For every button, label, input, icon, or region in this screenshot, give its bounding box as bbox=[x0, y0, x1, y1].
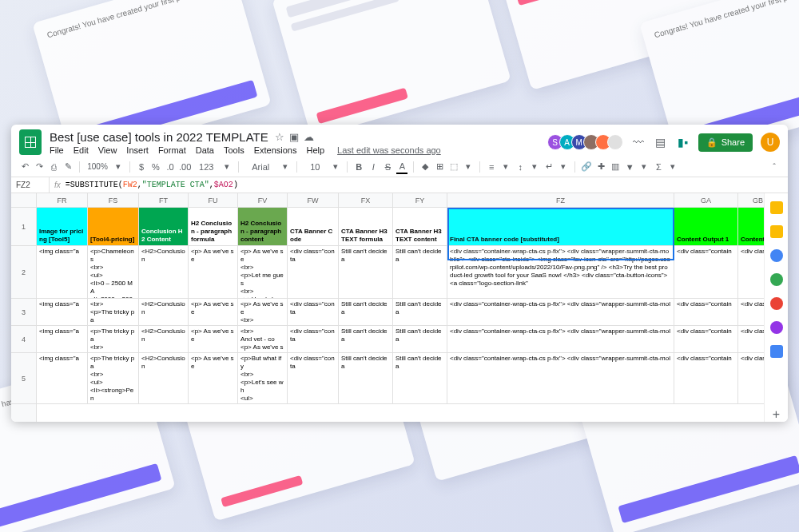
column-header[interactable]: FR bbox=[37, 193, 88, 207]
row-number[interactable]: 2 bbox=[11, 246, 36, 299]
cell[interactable]: <p>The tricky pa <br> bbox=[88, 326, 139, 352]
header-cell[interactable]: H2 Conclusion - paragraph content bbox=[238, 208, 288, 245]
paint-format-icon[interactable]: ✎ bbox=[62, 160, 74, 174]
collaborator-avatar[interactable] bbox=[607, 134, 623, 150]
cell[interactable]: <img class="a bbox=[37, 353, 88, 403]
menu-view[interactable]: View bbox=[98, 145, 117, 155]
star-icon[interactable]: ☆ bbox=[275, 131, 284, 143]
cell[interactable]: <div class="container-wrap-cta-cs p-fix"… bbox=[447, 326, 674, 352]
name-box[interactable]: FZ2 bbox=[11, 177, 50, 193]
cell[interactable]: Still can't decide a bbox=[339, 353, 393, 403]
menu-insert[interactable]: Insert bbox=[126, 145, 149, 155]
keep-icon[interactable] bbox=[770, 225, 783, 238]
column-header[interactable]: FW bbox=[288, 193, 339, 207]
row-number[interactable]: 5 bbox=[11, 353, 36, 404]
increase-decimal-button[interactable]: .00 bbox=[179, 160, 191, 174]
document-title[interactable]: Best [use case] tools in 2022 TEMPLATE bbox=[50, 130, 268, 144]
cell[interactable]: <p> As we've se bbox=[189, 353, 238, 403]
menu-tools[interactable]: Tools bbox=[224, 145, 244, 155]
move-icon[interactable]: ▣ bbox=[289, 131, 299, 143]
cell[interactable]: <img class="a bbox=[37, 326, 88, 352]
cell[interactable]: <H2>Conclusion bbox=[139, 326, 189, 352]
chevron-down-icon[interactable]: ▾ bbox=[558, 160, 569, 174]
chevron-down-icon[interactable]: ▾ bbox=[113, 160, 124, 174]
merge-button[interactable]: ⬚ bbox=[448, 160, 459, 174]
cell[interactable]: <H2>Conclusion bbox=[139, 353, 189, 403]
addon-icon[interactable] bbox=[770, 321, 783, 334]
cell[interactable]: <H2>Conclusion bbox=[139, 299, 189, 325]
tasks-icon[interactable] bbox=[770, 249, 783, 262]
percent-button[interactable]: % bbox=[150, 160, 161, 174]
header-cell[interactable]: Image for pricing [Tool5] bbox=[37, 208, 88, 245]
collapse-toolbar-icon[interactable]: ˆ bbox=[769, 160, 780, 174]
contacts-icon[interactable] bbox=[770, 273, 783, 286]
cell[interactable]: <br> <p>The tricky pa bbox=[88, 299, 139, 325]
currency-button[interactable]: $ bbox=[136, 160, 147, 174]
cell[interactable]: <p>But what if y <br> <p>Let's see wh <u… bbox=[238, 353, 288, 403]
cell[interactable]: <div class="conta bbox=[288, 246, 339, 298]
cell[interactable]: <div class="contain bbox=[674, 353, 738, 403]
cell[interactable]: <div clas bbox=[738, 299, 764, 325]
cell[interactable]: <div class="conta bbox=[288, 353, 339, 403]
cell[interactable]: <div clas bbox=[738, 326, 764, 352]
cell[interactable]: <div class="container-wrap-cta-cs p-fix"… bbox=[447, 246, 674, 298]
formula-input[interactable]: =SUBSTITUTE(FW2,"TEMPLATE CTA",$AO2) bbox=[66, 181, 238, 189]
chevron-down-icon[interactable]: ▾ bbox=[280, 160, 291, 174]
calendar-icon[interactable] bbox=[770, 201, 783, 214]
cell[interactable]: <p> As we've se bbox=[189, 326, 238, 352]
row-number[interactable]: 3 bbox=[11, 299, 36, 326]
cell[interactable]: <div class="container-wrap-cta-cs p-fix"… bbox=[447, 353, 674, 403]
header-cell[interactable]: [Tool4-pricing] bbox=[88, 208, 139, 245]
chevron-down-icon[interactable]: ▾ bbox=[667, 160, 678, 174]
cell[interactable]: <p> As we've se <br> <p>Let me gues <br>… bbox=[238, 246, 288, 298]
cell[interactable]: <div clas bbox=[738, 246, 764, 298]
column-header[interactable]: FX bbox=[339, 193, 393, 207]
filter-button[interactable]: ▼ bbox=[624, 160, 635, 174]
cell[interactable]: Still can't decide a bbox=[393, 246, 447, 298]
wrap-button[interactable]: ↵ bbox=[543, 160, 555, 174]
chevron-down-icon[interactable]: ▾ bbox=[638, 160, 650, 174]
bold-button[interactable]: B bbox=[353, 160, 364, 174]
cell[interactable]: <div clas bbox=[738, 353, 764, 403]
cloud-icon[interactable]: ☁ bbox=[304, 131, 314, 143]
cell[interactable]: <H2>Conclusion bbox=[139, 246, 189, 298]
menu-help[interactable]: Help bbox=[306, 145, 324, 155]
cell[interactable]: <img class="a bbox=[37, 299, 88, 325]
cell[interactable]: <img class="a bbox=[37, 246, 88, 298]
zoom-dropdown[interactable]: 100% bbox=[85, 160, 109, 174]
cell[interactable]: <div class="container-wrap-cta-cs p-fix"… bbox=[447, 299, 674, 325]
print-icon[interactable]: ⎙ bbox=[48, 160, 59, 174]
menu-extensions[interactable]: Extensions bbox=[254, 145, 297, 155]
meet-icon[interactable]: ▮▪ bbox=[676, 135, 690, 149]
menu-data[interactable]: Data bbox=[196, 145, 214, 155]
row-number[interactable]: 1 bbox=[11, 208, 36, 246]
comments-icon[interactable]: ▤ bbox=[654, 135, 668, 149]
fill-color-button[interactable]: ◆ bbox=[419, 160, 431, 174]
borders-button[interactable]: ⊞ bbox=[434, 160, 445, 174]
chevron-down-icon[interactable]: ▾ bbox=[500, 160, 511, 174]
header-cell[interactable]: Content Output 1 bbox=[674, 208, 738, 245]
cell[interactable]: <div class="contain bbox=[674, 326, 738, 352]
h-align-button[interactable]: ≡ bbox=[486, 160, 497, 174]
comment-button[interactable]: ✚ bbox=[595, 160, 606, 174]
column-header[interactable]: FS bbox=[88, 193, 139, 207]
cell[interactable]: <div class="conta bbox=[288, 299, 339, 325]
column-header[interactable]: GB bbox=[738, 193, 764, 207]
italic-button[interactable]: I bbox=[368, 160, 379, 174]
cell[interactable]: <p> As we've se <br> <p>And yet - co <p>… bbox=[238, 299, 288, 325]
chevron-down-icon[interactable]: ▾ bbox=[221, 160, 233, 174]
edit-status[interactable]: Last edit was seconds ago bbox=[337, 145, 441, 155]
cell[interactable]: Still can't decide a bbox=[339, 299, 393, 325]
header-cell[interactable]: CTA Banner Code bbox=[288, 208, 339, 245]
header-cell[interactable]: Conclusion H2 Content bbox=[139, 208, 189, 245]
menu-edit[interactable]: Edit bbox=[74, 145, 89, 155]
number-format-dropdown[interactable]: 123 bbox=[194, 160, 218, 174]
text-color-button[interactable]: A bbox=[396, 160, 407, 174]
column-header[interactable]: FT bbox=[139, 193, 189, 207]
header-cell[interactable]: Final CTA banner code [substituted] bbox=[447, 208, 674, 245]
chart-button[interactable]: ▥ bbox=[610, 160, 621, 174]
activity-icon[interactable]: 〰 bbox=[631, 135, 646, 149]
chevron-down-icon[interactable]: ▾ bbox=[529, 160, 540, 174]
link-button[interactable]: 🔗 bbox=[581, 160, 592, 174]
chevron-down-icon[interactable]: ▾ bbox=[330, 160, 341, 174]
